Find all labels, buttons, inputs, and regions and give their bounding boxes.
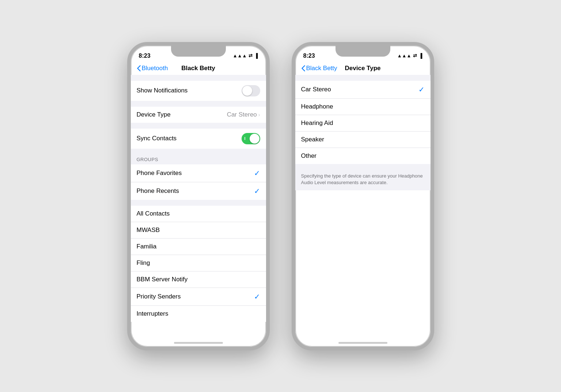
wifi-icon: ⇄ (413, 53, 417, 58)
sync-contacts-toggle[interactable]: I (242, 133, 260, 144)
toggle-knob (242, 86, 252, 96)
all-contacts-label: All Contacts (137, 210, 170, 217)
gap-1 (131, 75, 266, 81)
list-row[interactable]: MWASB (131, 222, 266, 239)
gap-4 (131, 149, 266, 155)
notifications-toggle[interactable] (242, 85, 260, 96)
familia-label: Familia (137, 243, 157, 250)
nav-bar-2: Black Betty Device Type (295, 63, 431, 75)
car-stereo-label: Car Stereo (301, 86, 331, 93)
notch-2 (336, 46, 390, 57)
nav-title-2: Device Type (345, 65, 381, 72)
list-row[interactable]: Interrupters (131, 306, 266, 322)
list-row[interactable]: Speaker (295, 132, 431, 148)
home-indicator-1 (174, 342, 223, 344)
list-row[interactable]: Car Stereo ✓ (295, 81, 431, 99)
list-row[interactable]: Priority Senders ✓ (131, 288, 266, 306)
footer-note: Specifying the type of device can ensure… (295, 170, 431, 190)
gap-footer (295, 164, 431, 170)
sync-contacts-label: Sync Contacts (137, 135, 177, 142)
list-row[interactable]: Phone Recents ✓ (131, 182, 266, 200)
nav-title-1: Black Betty (181, 65, 215, 72)
list-row[interactable]: Show Notifications (131, 81, 266, 101)
signal-icon: ▲▲▲ (233, 53, 247, 58)
battery-icon: ▐ (419, 53, 422, 58)
back-button-2[interactable]: Black Betty (301, 65, 337, 72)
nav-bar-1: Bluetooth Black Betty (131, 63, 266, 75)
gap-2 (131, 101, 266, 107)
hearing-aid-label: Hearing Aid (301, 119, 333, 127)
device-type-value: Car Stereo › (227, 111, 260, 118)
mwasb-label: MWASB (137, 227, 160, 234)
time-2: 8:23 (303, 53, 315, 59)
bbm-server-label: BBM Server Notify (137, 276, 188, 283)
gap-top (295, 75, 431, 81)
time-1: 8:23 (139, 53, 151, 59)
gap-3 (131, 123, 266, 129)
gap-5 (131, 200, 266, 206)
back-button-1[interactable]: Bluetooth (137, 65, 168, 72)
list-row[interactable]: Familia (131, 239, 266, 255)
selected-check-icon: ✓ (418, 85, 425, 94)
status-icons-2: ▲▲▲ ⇄ ▐ (397, 53, 422, 58)
device-type-label: Device Type (137, 111, 171, 118)
list-row[interactable]: All Contacts (131, 206, 266, 222)
fling-label: Fling (137, 259, 150, 267)
list-row[interactable]: Device Type Car Stereo › (131, 107, 266, 123)
list-row[interactable]: Sync Contacts I (131, 129, 266, 149)
wifi-icon: ⇄ (249, 53, 253, 58)
status-icons-1: ▲▲▲ ⇄ ▐ (233, 53, 258, 58)
list-row[interactable]: BBM Server Notify (131, 271, 266, 288)
priority-senders-label: Priority Senders (137, 293, 181, 300)
device-type-list: Car Stereo ✓ Headphone Hearing Aid Speak… (295, 81, 431, 164)
device-type-section: Device Type Car Stereo › (131, 107, 266, 123)
check-icon: ✓ (254, 292, 260, 301)
phone-1: 8:23 ▲▲▲ ⇄ ▐ Bluetooth Black Betty Show … (127, 42, 270, 350)
headphone-label: Headphone (301, 103, 333, 110)
phone-favorites-label: Phone Favorites (137, 170, 182, 177)
toggle-knob (250, 134, 259, 144)
interrupters-label: Interrupters (137, 310, 168, 317)
toggle-i-icon: I (245, 136, 246, 141)
notifications-section: Show Notifications (131, 81, 266, 101)
phone-2: 8:23 ▲▲▲ ⇄ ▐ Black Betty Device Type Car… (292, 42, 434, 350)
list-row[interactable]: Hearing Aid (295, 115, 431, 132)
phone-recents-label: Phone Recents (137, 187, 179, 195)
check-icon: ✓ (254, 187, 260, 195)
notch-1 (171, 46, 226, 57)
screen-content-1: Show Notifications Device Type Car Stere… (131, 75, 266, 342)
list-row[interactable]: Headphone (295, 99, 431, 115)
show-notifications-label: Show Notifications (137, 87, 188, 94)
groups-section: Phone Favorites ✓ Phone Recents ✓ (131, 164, 266, 200)
sync-contacts-section: Sync Contacts I (131, 129, 266, 149)
chevron-icon: › (258, 112, 260, 118)
signal-icon: ▲▲▲ (397, 53, 412, 58)
list-row[interactable]: Other (295, 148, 431, 164)
contacts-section: All Contacts MWASB Familia Fling BBM Ser… (131, 206, 266, 322)
check-icon: ✓ (254, 169, 260, 178)
list-row[interactable]: Phone Favorites ✓ (131, 164, 266, 182)
list-row[interactable]: Fling (131, 255, 266, 271)
screen-content-2: Car Stereo ✓ Headphone Hearing Aid Speak… (295, 75, 431, 342)
speaker-label: Speaker (301, 136, 324, 143)
groups-section-label: GROUPS (131, 155, 266, 164)
home-indicator-2 (338, 342, 387, 344)
battery-icon: ▐ (254, 53, 258, 58)
other-label: Other (301, 152, 317, 160)
